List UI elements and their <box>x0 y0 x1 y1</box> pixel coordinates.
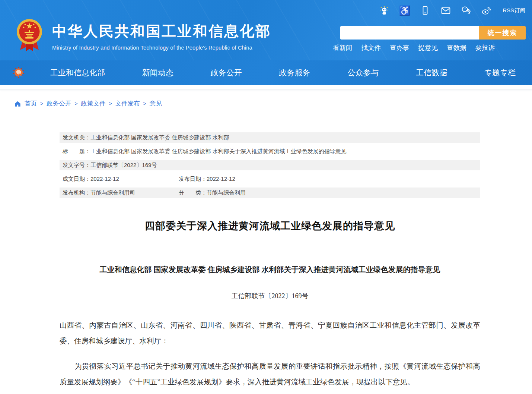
quick-link-complaints[interactable]: 要投诉 <box>475 43 495 52</box>
crumb-document-release[interactable]: 文件发布 <box>115 100 140 108</box>
meta-label: 发文机关： <box>63 132 90 143</box>
quick-link-data[interactable]: 查数据 <box>447 43 466 52</box>
quick-link-news[interactable]: 看新闻 <box>333 43 353 52</box>
site-title-en: Ministry of Industry and Information Tec… <box>52 45 271 51</box>
site-header: ♿ <box>0 0 532 60</box>
crumb-current-opinions: 意见 <box>150 100 162 108</box>
meta-row-doc-number: 发文字号： 工信部联节〔2022〕169号 <box>60 160 480 170</box>
meta-label: 发文字号： <box>63 160 90 170</box>
meta-value: 工信部联节〔2022〕169号 <box>90 160 157 170</box>
wechat-icon[interactable] <box>461 5 471 16</box>
header-utility-icons: ♿ <box>379 5 525 16</box>
article-title: 四部委关于深入推进黄河流域工业绿色发展的指导意见 <box>60 219 480 233</box>
accessibility-icon[interactable]: ♿ <box>399 5 410 16</box>
search-input[interactable] <box>340 26 479 40</box>
meta-value: 节能与综合利用 <box>207 187 246 198</box>
nav-divider <box>0 85 532 90</box>
national-emblem-icon <box>16 18 43 54</box>
site-brand[interactable]: 中华人民共和国工业和信息化部 Ministry of Industry and … <box>16 18 271 54</box>
nav-item-gov-services[interactable]: 政务服务 <box>279 67 310 78</box>
meta-row-publisher: 发布机构： 节能与综合利用司 分 类： 节能与综合利用 <box>60 187 480 198</box>
miit-logo-icon <box>12 66 25 79</box>
meta-label: 标 题： <box>63 146 90 157</box>
meta-value: 工业和信息化部 国家发展改革委 住房城乡建设部 水利部 <box>90 132 229 143</box>
meta-label: 分 类： <box>179 187 207 198</box>
crumb-home[interactable]: 首页 <box>25 100 37 108</box>
crumb-gov-disclosure[interactable]: 政务公开 <box>47 100 71 108</box>
article-subtitle: 工业和信息化部 国家发展改革委 住房城乡建设部 水利部关于深入推进黄河流域工业绿… <box>60 265 480 275</box>
meta-row-dates: 成文日期： 2022-12-12 发布日期： 2022-12-12 <box>60 174 480 184</box>
search-button[interactable]: 统一搜索 <box>479 26 526 40</box>
meta-value: 2022-12-12 <box>90 174 119 184</box>
meta-label: 发布机构： <box>63 187 90 198</box>
article-paragraph: 山西省、内蒙古自治区、山东省、河南省、四川省、陕西省、甘肃省、青海省、宁夏回族自… <box>60 318 480 349</box>
meta-row-title: 标 题： 工业和信息化部 国家发展改革委 住房城乡建设部 水利部关于深入推进黄河… <box>60 146 480 157</box>
mobile-icon[interactable] <box>420 5 430 16</box>
nav-item-gov-disclosure[interactable]: 政务公开 <box>211 67 242 78</box>
weibo-icon[interactable] <box>481 5 492 16</box>
meta-value: 2022-12-12 <box>207 174 235 184</box>
nav-item-miit[interactable]: 工业和信息化部 <box>50 67 105 78</box>
nav-item-industry-data[interactable]: 工信数据 <box>416 67 447 78</box>
meta-value: 节能与综合利用司 <box>90 187 135 198</box>
meta-label: 成文日期： <box>63 174 90 184</box>
article-doc-number: 工信部联节〔2022〕169号 <box>60 291 480 300</box>
nav-item-news[interactable]: 新闻动态 <box>142 67 173 78</box>
unified-search: 统一搜索 <box>340 26 526 40</box>
site-title-cn: 中华人民共和国工业和信息化部 <box>52 21 271 41</box>
meta-value: 工业和信息化部 国家发展改革委 住房城乡建设部 水利部关于深入推进黄河流域工业绿… <box>90 146 347 157</box>
meta-label: 发布日期： <box>179 174 207 184</box>
quick-link-documents[interactable]: 找文件 <box>361 43 381 52</box>
crumb-policy-documents[interactable]: 政策文件 <box>81 100 105 108</box>
quick-link-suggestions[interactable]: 提意见 <box>418 43 438 52</box>
rss-subscribe-link[interactable]: RSS订阅 <box>503 7 525 14</box>
quick-link-services[interactable]: 查办事 <box>390 43 410 52</box>
robot-assistant-icon[interactable] <box>379 5 389 16</box>
nav-item-public-participation[interactable]: 公众参与 <box>347 67 379 78</box>
article-page: 发文机关： 工业和信息化部 国家发展改革委 住房城乡建设部 水利部 标 题： 工… <box>60 132 480 390</box>
document-meta-table: 发文机关： 工业和信息化部 国家发展改革委 住房城乡建设部 水利部 标 题： 工… <box>60 132 480 198</box>
nav-item-special-topics[interactable]: 专题专栏 <box>484 67 516 78</box>
brand-titles: 中华人民共和国工业和信息化部 Ministry of Industry and … <box>52 21 271 51</box>
meta-row-issuing-agency: 发文机关： 工业和信息化部 国家发展改革委 住房城乡建设部 水利部 <box>60 132 480 143</box>
nav-list: 工业和信息化部 新闻动态 政务公开 政务服务 公众参与 工信数据 专题专栏 <box>50 67 516 78</box>
breadcrumb: 首页 > 政务公开 > 政策文件 > 文件发布 > 意见 <box>14 100 532 108</box>
article-paragraph: 为贯彻落实习近平总书记关于推动黄河流域生态保护和高质量发展的重要讲话和指示批示精… <box>60 359 480 390</box>
main-nav: 工业和信息化部 新闻动态 政务公开 政务服务 公众参与 工信数据 专题专栏 <box>0 60 532 85</box>
home-icon[interactable] <box>14 100 21 107</box>
mail-icon[interactable] <box>440 5 451 16</box>
header-quick-links: 看新闻 找文件 查办事 提意见 查数据 要投诉 <box>333 43 495 52</box>
